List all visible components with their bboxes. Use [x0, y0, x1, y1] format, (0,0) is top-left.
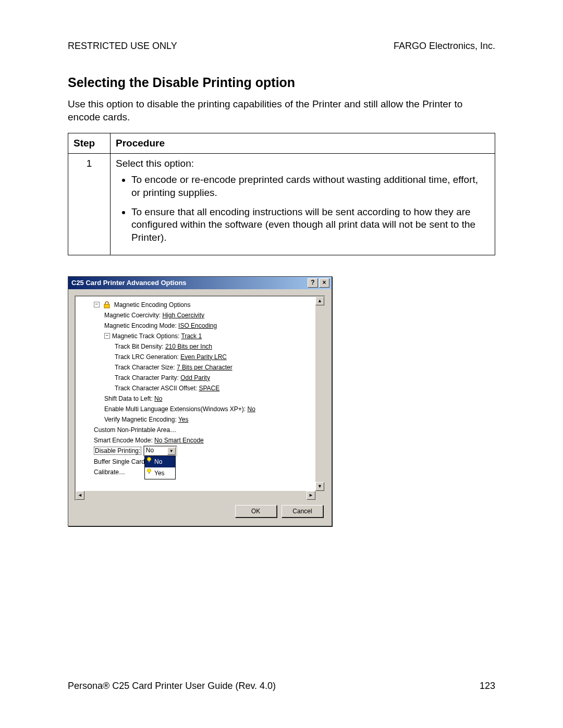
tree-track-character-size[interactable]: Track Character Size: 7 Bits per Charact… [94, 362, 322, 373]
tree-verify-magnetic-encoding[interactable]: Verify Magnetic Encoding: Yes [94, 414, 322, 425]
svg-point-3 [148, 468, 151, 472]
bullet-1: To encode or re-encode preprinted cards … [131, 174, 489, 199]
footer-page-number: 123 [480, 681, 495, 692]
collapse-icon[interactable]: − [94, 302, 100, 307]
bulb-icon [146, 456, 152, 463]
tree-calibrate[interactable]: Calibrate… [94, 467, 322, 477]
tree-magnetic-coercivity[interactable]: Magnetic Coercivity: High Coercivity [94, 310, 322, 320]
tree-shift-data-left[interactable]: Shift Data to Left: No [94, 393, 322, 404]
dialog-title: C25 Card Printer Advanced Options [71, 279, 307, 287]
tree-track-lrc-generation[interactable]: Track LRC Generation: Even Parity LRC [94, 352, 322, 362]
col-step: Step [68, 133, 111, 154]
tree-smart-encode-mode[interactable]: Smart Encode Mode: No Smart Encode [94, 435, 322, 446]
advanced-options-dialog: C25 Card Printer Advanced Options ? × − … [68, 276, 332, 526]
scroll-up-icon[interactable]: ▲ [315, 297, 324, 305]
option-no[interactable]: No [145, 456, 175, 467]
lock-icon [103, 301, 111, 309]
footer-guide: Persona® C25 Card Printer User Guide (Re… [68, 681, 276, 692]
cancel-button[interactable]: Cancel [282, 505, 323, 517]
horizontal-scrollbar[interactable]: ◄ ► [76, 491, 324, 500]
col-procedure: Procedure [111, 133, 495, 154]
tree-disable-printing[interactable]: Disable Printing: No No Yes [94, 446, 322, 456]
tree-magnetic-encoding-options[interactable]: − Magnetic Encoding Options [94, 300, 322, 310]
help-icon[interactable]: ? [308, 278, 318, 288]
section-title: Selecting the Disable Printing option [68, 75, 495, 90]
tree-magnetic-encoding-mode[interactable]: Magnetic Encoding Mode: ISO Encoding [94, 320, 322, 331]
scroll-right-icon[interactable]: ► [307, 491, 315, 500]
tree-magnetic-track-options[interactable]: −Magnetic Track Options: Track 1 [94, 331, 322, 341]
step-number: 1 [68, 154, 111, 255]
option-yes[interactable]: Yes [145, 467, 175, 479]
header-left: RESTRICTED USE ONLY [68, 41, 177, 52]
bullet-2: To ensure that all encoding instructions… [131, 206, 489, 244]
tree-track-character-parity[interactable]: Track Character Parity: Odd Parity [94, 373, 322, 383]
procedure-lead: Select this option: [116, 158, 489, 169]
procedure-cell: Select this option: To encode or re-enco… [111, 154, 495, 255]
dialog-titlebar[interactable]: C25 Card Printer Advanced Options ? × [68, 277, 332, 289]
intro-paragraph: Use this option to disable the printing … [68, 98, 495, 124]
ok-button[interactable]: OK [235, 505, 277, 517]
svg-point-1 [148, 457, 151, 461]
scroll-down-icon[interactable]: ▼ [315, 482, 324, 491]
svg-rect-2 [149, 461, 150, 462]
tree-multi-language-ext[interactable]: Enable Multi Language Extensions(Windows… [94, 404, 322, 414]
page-header: RESTRICTED USE ONLY FARGO Electronics, I… [68, 41, 495, 52]
vertical-scrollbar[interactable]: ▲ ▼ [315, 297, 324, 491]
tree-track-ascii-offset[interactable]: Track Character ASCII Offset: SPACE [94, 383, 322, 393]
svg-rect-0 [104, 304, 109, 308]
scroll-left-icon[interactable]: ◄ [76, 491, 84, 500]
procedure-table: Step Procedure 1 Select this option: To … [68, 133, 495, 255]
close-icon[interactable]: × [319, 278, 329, 288]
bulb-icon [146, 468, 152, 474]
tree-track-bit-density[interactable]: Track Bit Density: 210 Bits per Inch [94, 341, 322, 352]
tree-custom-non-printable-area[interactable]: Custom Non-Printable Area… [94, 425, 322, 435]
disable-printing-dropdown[interactable]: No Yes [144, 455, 176, 479]
options-tree[interactable]: − Magnetic Encoding Options Magnetic Coe… [75, 295, 325, 501]
svg-rect-4 [149, 472, 150, 474]
scroll-corner [315, 491, 324, 500]
tree-buffer-single-card[interactable]: Buffer Single Card [94, 456, 322, 467]
collapse-icon[interactable]: − [104, 333, 110, 339]
header-right: FARGO Electronics, Inc. [394, 41, 495, 52]
page-footer: Persona® C25 Card Printer User Guide (Re… [68, 681, 495, 692]
